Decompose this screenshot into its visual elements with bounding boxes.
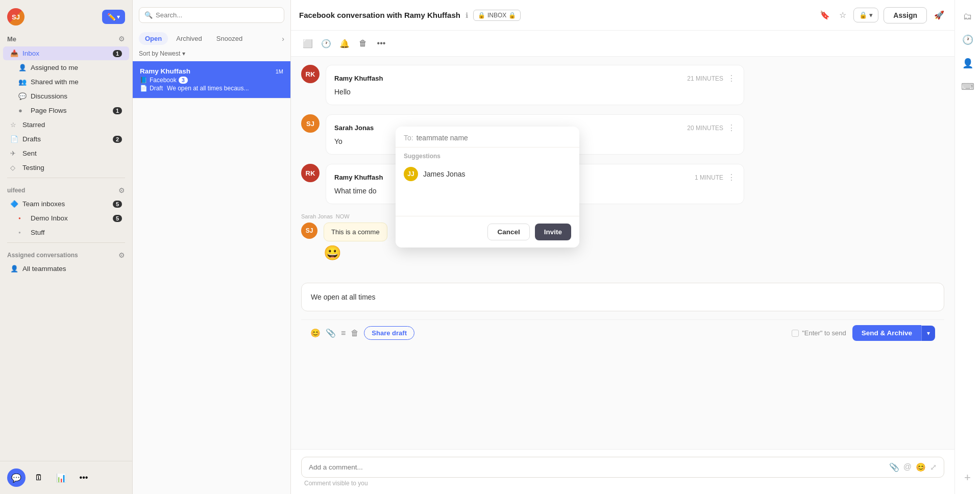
settings-icon[interactable]: ⚙ bbox=[118, 35, 125, 43]
attach-tool-icon[interactable]: 📎 bbox=[326, 328, 336, 338]
sidebar-item-assigned-to-me[interactable]: 👤 Assigned to me bbox=[3, 61, 129, 75]
emoji-tool-icon[interactable]: 😊 bbox=[310, 328, 321, 338]
drafts-badge: 2 bbox=[113, 136, 122, 143]
send-archive-area: "Enter" to send Send & Archive ▾ bbox=[792, 325, 935, 341]
sidebar-item-stuff[interactable]: ● Stuff bbox=[3, 226, 129, 239]
sidebar-item-discussions[interactable]: 💬 Discussions bbox=[3, 89, 129, 103]
sort-label: Sort by Newest bbox=[139, 50, 180, 57]
attach-comment-icon[interactable]: 📎 bbox=[889, 462, 899, 472]
clock-tool-btn[interactable]: 🕐 bbox=[317, 35, 335, 52]
me-label: Me bbox=[7, 35, 16, 43]
assign-button[interactable]: Assign bbox=[884, 7, 927, 23]
comment-avatar: SJ bbox=[301, 223, 317, 239]
sidebar-item-demo-inbox[interactable]: ● Demo Inbox 5 bbox=[3, 211, 129, 225]
archive-tool-btn[interactable]: ⬜ bbox=[299, 35, 316, 52]
sidebar-item-testing[interactable]: ◇ Testing bbox=[3, 161, 129, 175]
assigned-section-label: Assigned conversations bbox=[7, 252, 78, 259]
inbox-badge: 🔒 INBOX 🔒 bbox=[473, 10, 521, 21]
chat-bottom-btn[interactable]: 💬 bbox=[7, 468, 26, 487]
message-menu-btn-2[interactable]: ⋮ bbox=[727, 122, 736, 134]
all-teammates-icon: 👤 bbox=[10, 265, 18, 273]
comment-input[interactable] bbox=[309, 463, 885, 471]
inbox-label: Inbox bbox=[22, 50, 39, 57]
delete-tool-icon[interactable]: 🗑 bbox=[351, 329, 359, 338]
filter-tab-snoozed[interactable]: Snoozed bbox=[210, 32, 249, 45]
more-tool-btn[interactable]: ••• bbox=[373, 35, 390, 52]
lock-chevron-icon: ▾ bbox=[869, 11, 873, 19]
draft-section: We open at all times 😊 📎 ≡ 🗑 Share draft… bbox=[301, 283, 944, 346]
bell-tool-btn[interactable]: 🔔 bbox=[336, 35, 353, 52]
sidebar-item-shared-with-me[interactable]: 👥 Shared with me bbox=[3, 75, 129, 89]
lock-dropdown-btn[interactable]: 🔒 ▾ bbox=[853, 8, 878, 22]
sort-selector[interactable]: Sort by Newest ▾ bbox=[133, 47, 290, 61]
bookmark-btn[interactable]: 🔖 bbox=[818, 8, 832, 22]
draft-area: We open at all times bbox=[301, 283, 944, 311]
send-archive-chevron[interactable]: ▾ bbox=[921, 326, 935, 341]
comment-input-area: 📎 @ 😊 ⤢ Comment visible to you bbox=[291, 449, 954, 494]
draft-text[interactable]: We open at all times bbox=[311, 291, 935, 303]
message-sender-1: Ramy Khuffash bbox=[334, 73, 383, 84]
comment-time: NOW bbox=[336, 213, 350, 219]
inbox-badge: 1 bbox=[113, 50, 122, 57]
all-teammates-label: All teammates bbox=[22, 265, 66, 273]
modal-cancel-button[interactable]: Cancel bbox=[487, 224, 529, 240]
sidebar-item-inbox[interactable]: 📥 Inbox 1 bbox=[3, 46, 129, 60]
emoji-comment-icon[interactable]: 😊 bbox=[916, 462, 926, 472]
comment-input-box[interactable]: 📎 @ 😊 ⤢ bbox=[301, 457, 944, 478]
chart-bottom-btn[interactable]: 📊 bbox=[52, 468, 70, 487]
message-sender-2: Sarah Jonas bbox=[334, 123, 374, 133]
suggestion-james-jonas[interactable]: JJ James Jonas bbox=[396, 163, 579, 185]
sidebar-item-all-teammates[interactable]: 👤 All teammates bbox=[3, 262, 129, 276]
star-btn[interactable]: ☆ bbox=[837, 8, 848, 22]
team-inboxes-label: Team inboxes bbox=[22, 200, 65, 208]
more-bottom-btn[interactable]: ••• bbox=[75, 468, 93, 487]
filter-tab-open[interactable]: Open bbox=[139, 32, 168, 45]
comment-icons: 📎 @ 😊 ⤢ bbox=[889, 462, 937, 472]
conv-source-label: Facebook bbox=[150, 77, 177, 84]
assigned-settings-icon[interactable]: ⚙ bbox=[118, 251, 125, 259]
sidebar-item-drafts[interactable]: 📄 Drafts 2 bbox=[3, 132, 129, 146]
search-input[interactable] bbox=[156, 11, 279, 19]
info-icon[interactable]: ℹ bbox=[465, 11, 468, 19]
right-history-icon[interactable]: 🕐 bbox=[959, 31, 977, 49]
right-add-button[interactable]: + bbox=[959, 468, 977, 487]
expand-comment-icon[interactable]: ⤢ bbox=[930, 462, 937, 472]
message-menu-btn-3[interactable]: ⋮ bbox=[727, 171, 736, 184]
assigned-label: Assigned to me bbox=[31, 64, 78, 71]
right-keyboard-icon[interactable]: ⌨ bbox=[959, 78, 977, 96]
sidebar-item-sent[interactable]: ✈ Sent bbox=[3, 146, 129, 160]
compose-button[interactable]: ✏️ ▾ bbox=[102, 10, 125, 24]
team-settings-icon[interactable]: ⚙ bbox=[118, 186, 125, 194]
conversation-item[interactable]: Ramy Khuffash 1M 📘 Facebook 3 📄 Draft We… bbox=[133, 61, 290, 98]
modal-spacer bbox=[396, 185, 579, 216]
lock-icon: 🔒 bbox=[478, 12, 485, 19]
sidebar-item-page-flows[interactable]: ● Page Flows 1 bbox=[3, 104, 129, 117]
page-flows-label: Page Flows bbox=[31, 107, 67, 114]
filter-chevron-icon[interactable]: › bbox=[282, 35, 284, 43]
share-draft-button[interactable]: Share draft bbox=[364, 326, 414, 340]
sidebar-item-starred[interactable]: ☆ Starred bbox=[3, 118, 129, 132]
sidebar-item-team-inboxes[interactable]: 🔷 Team inboxes 5 bbox=[3, 197, 129, 211]
user-avatar[interactable]: SJ bbox=[7, 8, 24, 26]
message-time-menu-2: 20 MINUTES ⋮ bbox=[687, 122, 736, 134]
discussions-label: Discussions bbox=[31, 92, 67, 100]
message-menu-btn-1[interactable]: ⋮ bbox=[727, 72, 736, 85]
filter-tab-archived[interactable]: Archived bbox=[170, 32, 208, 45]
main-header: Facebook conversation with Ramy Khuffash… bbox=[291, 0, 954, 31]
search-box[interactable]: 🔍 bbox=[139, 7, 284, 23]
mention-comment-icon[interactable]: @ bbox=[903, 462, 912, 472]
trash-tool-btn[interactable]: 🗑 bbox=[354, 35, 372, 52]
team-inboxes-badge: 5 bbox=[113, 201, 122, 208]
calendar-bottom-btn[interactable]: 🗓 bbox=[30, 468, 48, 487]
drafts-icon: 📄 bbox=[10, 135, 18, 143]
right-person-icon[interactable]: 👤 bbox=[959, 54, 977, 72]
send-archive-button[interactable]: Send & Archive bbox=[852, 325, 921, 341]
send-icon-btn[interactable]: 🚀 bbox=[932, 8, 946, 22]
right-contacts-icon[interactable]: 🗂 bbox=[959, 7, 977, 26]
modal-invite-button[interactable]: Invite bbox=[535, 224, 571, 240]
format-tool-icon[interactable]: ≡ bbox=[341, 329, 346, 338]
enter-to-send-checkbox[interactable] bbox=[792, 330, 799, 337]
demo-inbox-icon: ● bbox=[18, 216, 27, 220]
conv-unread-badge: 3 bbox=[179, 77, 188, 84]
modal-teammate-input[interactable] bbox=[416, 134, 571, 142]
